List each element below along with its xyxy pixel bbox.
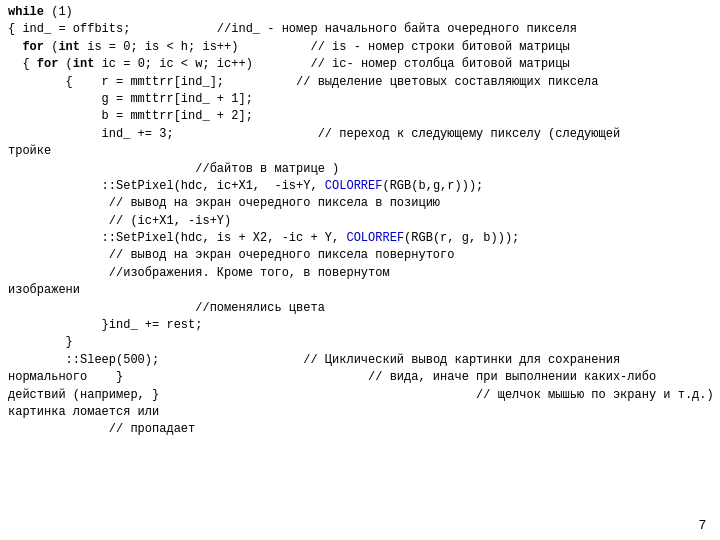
code-line: { for (int ic = 0; ic < w; ic++) // ic- … [8, 56, 712, 73]
code-line: ind_ += 3; // переход к следующему пиксе… [8, 126, 712, 143]
colorref-token: COLORREF [346, 231, 404, 245]
code-text: изображени [8, 283, 80, 297]
code-text [8, 40, 22, 54]
code-line: ::SetPixel(hdc, ic+X1, -is+Y, COLORREF(R… [8, 178, 712, 195]
code-line: //изображения. Кроме того, в повернутом [8, 265, 712, 282]
code-line: тройке [8, 143, 712, 160]
code-line: действий (например, } // щелчок мышью по… [8, 387, 712, 404]
code-line: нормального } // вида, иначе при выполне… [8, 369, 712, 386]
code-text: } [8, 335, 73, 349]
code-line: картинка ломается или [8, 404, 712, 421]
code-line: while (1) [8, 4, 712, 21]
code-line: ::SetPixel(hdc, is + X2, -ic + Y, COLORR… [8, 230, 712, 247]
code-line: // вывод на экран очередного пиксела пов… [8, 247, 712, 264]
comment-text: // пропадает [8, 422, 195, 436]
comment-text: //изображения. Кроме того, в повернутом [8, 266, 390, 280]
colorref-token: COLORREF [325, 179, 383, 193]
code-line: { ind_ = offbits; //ind_ - номер начальн… [8, 21, 712, 38]
code-line: //поменялись цвета [8, 300, 712, 317]
keyword: while [8, 5, 44, 19]
code-line: // (ic+X1, -is+Y) [8, 213, 712, 230]
comment-text: // переход к следующему пикселу (следующ… [174, 127, 620, 141]
page-container: while (1){ ind_ = offbits; //ind_ - номе… [0, 0, 720, 540]
comment-text: // выделение цветовых составляющих пиксе… [224, 75, 598, 89]
keyword: int [73, 57, 95, 71]
keyword: for [22, 40, 44, 54]
comment-text: //байтов в матрице ) [8, 162, 339, 176]
code-text: { r = mmttrr[ind_]; [8, 75, 224, 89]
code-text: }ind_ += rest; [8, 318, 202, 332]
code-line: for (int is = 0; is < h; is++) // is - н… [8, 39, 712, 56]
code-line: { r = mmttrr[ind_]; // выделение цветовы… [8, 74, 712, 91]
code-text: is = 0; is < h; is++) [80, 40, 238, 54]
comment-text: // вывод на экран очередного пиксела в п… [8, 196, 440, 210]
code-line: изображени [8, 282, 712, 299]
comment-text: // вывод на экран очередного пиксела пов… [8, 248, 454, 262]
code-text: ::SetPixel(hdc, is + X2, -ic + Y, [8, 231, 346, 245]
page-number: 7 [699, 517, 706, 532]
code-text: (RGB(r, g, b))); [404, 231, 519, 245]
code-line: b = mmttrr[ind_ + 2]; [8, 108, 712, 125]
comment-text: //поменялись цвета [8, 301, 325, 315]
code-text: ( [44, 40, 58, 54]
code-line: }ind_ += rest; [8, 317, 712, 334]
code-text: { ind_ = offbits; [8, 22, 130, 36]
code-line: g = mmttrr[ind_ + 1]; [8, 91, 712, 108]
code-line: ::Sleep(500); // Циклический вывод карти… [8, 352, 712, 369]
code-text: ind_ += 3; [8, 127, 174, 141]
comment-text: //ind_ - номер начального байта очередно… [130, 22, 576, 36]
code-text: { [8, 57, 37, 71]
code-text: ic = 0; ic < w; ic++) [94, 57, 252, 71]
code-line: // вывод на экран очередного пиксела в п… [8, 195, 712, 212]
comment-text: // Циклический вывод картинки для сохран… [159, 353, 620, 367]
code-text: тройке [8, 144, 51, 158]
code-text: (RGB(b,g,r))); [382, 179, 483, 193]
comment-text: // (ic+X1, -is+Y) [8, 214, 231, 228]
code-line: // пропадает [8, 421, 712, 438]
code-block: while (1){ ind_ = offbits; //ind_ - номе… [8, 4, 712, 439]
keyword: for [37, 57, 59, 71]
code-text: ( [58, 57, 72, 71]
code-text: ::SetPixel(hdc, ic+X1, -is+Y, [8, 179, 325, 193]
comment-text: // is - номер строки битовой матрицы [238, 40, 569, 54]
code-line: } [8, 334, 712, 351]
code-text: действий (например, } [8, 388, 159, 402]
code-text: ::Sleep(500); [8, 353, 159, 367]
keyword: int [58, 40, 80, 54]
code-text: b = mmttrr[ind_ + 2]; [8, 109, 253, 123]
comment-text: // щелчок мышью по экрану и т.д.) [159, 388, 714, 402]
code-line: //байтов в матрице ) [8, 161, 712, 178]
code-text: g = mmttrr[ind_ + 1]; [8, 92, 253, 106]
comment-text: // ic- номер столбца битовой матрицы [253, 57, 570, 71]
comment-text: // вида, иначе при выполнении каких-либо [123, 370, 656, 384]
code-text: нормального } [8, 370, 123, 384]
code-text: (1) [44, 5, 73, 19]
code-text: картинка ломается или [8, 405, 159, 419]
